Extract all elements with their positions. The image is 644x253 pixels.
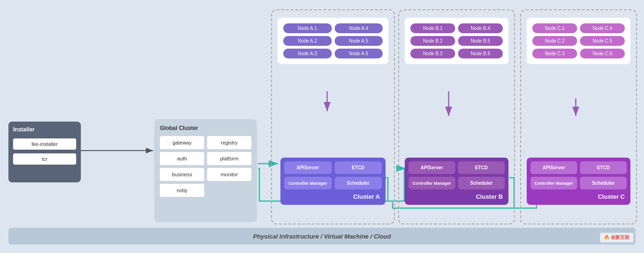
installer-item-tcr: tcr	[13, 153, 76, 165]
cluster-c-region: Node C.1 Node C.4 Node C.2 Node C.5 Node…	[520, 9, 637, 224]
cluster-c-apiserver: APIServer	[530, 161, 577, 174]
watermark: 🔥 创新互联	[600, 232, 634, 243]
node-c1: Node C.1	[532, 23, 577, 33]
infra-bar: Physical Infrastructure / Virtual Machin…	[8, 228, 636, 245]
cluster-b-row2: Controller Manager Scheduler	[408, 177, 505, 189]
gc-item-auth: auth	[160, 152, 204, 165]
global-cluster-box: Global Cluster gateway registry auth pla…	[154, 119, 257, 222]
node-c2: Node C.2	[532, 36, 577, 46]
gc-item-monitor: monitor	[207, 168, 251, 181]
node-c5: Node C.5	[580, 36, 625, 46]
infra-bar-text: Physical Infrastructure / Virtual Machin…	[253, 233, 391, 240]
main-container: Installer tke-installer tcr Global Clust…	[0, 0, 644, 253]
gc-item-gateway: gateway	[160, 136, 204, 149]
gc-item-platform: platform	[207, 152, 251, 165]
cluster-a-scheduler: Scheduler	[335, 177, 382, 189]
cluster-b-apiserver: APIServer	[408, 161, 455, 174]
installer-box: Installer tke-installer tcr	[8, 122, 81, 182]
cluster-b-label: Cluster B	[408, 192, 505, 201]
cluster-b-control-inner: APIServer ETCD Controller Manager Schedu…	[405, 158, 508, 205]
cluster-a-etcd: ETCD	[335, 161, 382, 174]
node-c6: Node C.6	[580, 49, 625, 58]
cluster-a-controller: Controller Manager	[284, 177, 332, 189]
node-b2: Node B.2	[410, 36, 455, 46]
gc-item-business: business	[160, 168, 204, 181]
cluster-b-etcd: ETCD	[458, 161, 505, 174]
node-c3: Node C.3	[532, 49, 577, 58]
cluster-c-row1: APIServer ETCD	[530, 161, 627, 174]
node-b1: Node B.1	[410, 23, 455, 33]
cluster-c-row2: Controller Manager Scheduler	[530, 177, 627, 189]
cluster-a-region: Node A.1 Node A.4 Node A.2 Node A.5 Node…	[271, 9, 395, 224]
installer-item-tke: tke-installer	[13, 138, 76, 150]
node-a1: Node A.1	[283, 23, 332, 33]
cluster-c-nodes: Node C.1 Node C.4 Node C.2 Node C.5 Node…	[527, 18, 630, 64]
cluster-c-control: APIServer ETCD Controller Manager Schedu…	[527, 158, 630, 205]
node-c4: Node C.4	[580, 23, 625, 33]
node-a6: Node A.6	[335, 49, 383, 58]
cluster-c-etcd: ETCD	[580, 161, 627, 174]
node-a3: Node A.3	[283, 49, 332, 58]
node-a4: Node A.4	[335, 23, 383, 33]
node-b3: Node B.3	[410, 49, 455, 58]
watermark-text: 创新互联	[611, 235, 630, 240]
cluster-c-scheduler: Scheduler	[580, 177, 627, 189]
cluster-b-nodes: Node B.1 Node B.4 Node B.2 Node B.5 Node…	[405, 18, 508, 64]
cluster-a-apiserver: APIServer	[284, 161, 332, 174]
cluster-b-scheduler: Scheduler	[458, 177, 505, 189]
cluster-c-controller: Controller Manager	[530, 177, 577, 189]
cluster-a-label: Cluster A	[284, 192, 382, 201]
node-b5: Node B.5	[458, 36, 503, 46]
installer-title: Installer	[13, 126, 76, 133]
cluster-b-row1: APIServer ETCD	[408, 161, 505, 174]
gc-item-notiy: notiy	[160, 184, 204, 197]
global-cluster-grid: gateway registry auth platform business …	[160, 136, 251, 197]
cluster-c-control-inner: APIServer ETCD Controller Manager Schedu…	[527, 158, 630, 205]
cluster-b-region: Node B.1 Node B.4 Node B.2 Node B.5 Node…	[398, 9, 515, 224]
node-b6: Node B.6	[458, 49, 503, 58]
watermark-icon: 🔥	[604, 235, 609, 240]
cluster-b-controller: Controller Manager	[408, 177, 455, 189]
cluster-a-row2: Controller Manager Scheduler	[284, 177, 382, 189]
gc-item-registry: registry	[207, 136, 251, 149]
cluster-a-nodes: Node A.1 Node A.4 Node A.2 Node A.5 Node…	[278, 18, 388, 64]
cluster-c-label: Cluster C	[530, 192, 627, 201]
global-cluster-title: Global Cluster	[160, 125, 251, 131]
cluster-a-control-inner: APIServer ETCD Controller Manager Schedu…	[280, 158, 386, 205]
node-b4: Node B.4	[458, 23, 503, 33]
node-a5: Node A.5	[335, 36, 383, 46]
cluster-a-control: APIServer ETCD Controller Manager Schedu…	[280, 158, 386, 205]
cluster-a-row1: APIServer ETCD	[284, 161, 382, 174]
cluster-b-control: APIServer ETCD Controller Manager Schedu…	[405, 158, 508, 205]
node-a2: Node A.2	[283, 36, 332, 46]
